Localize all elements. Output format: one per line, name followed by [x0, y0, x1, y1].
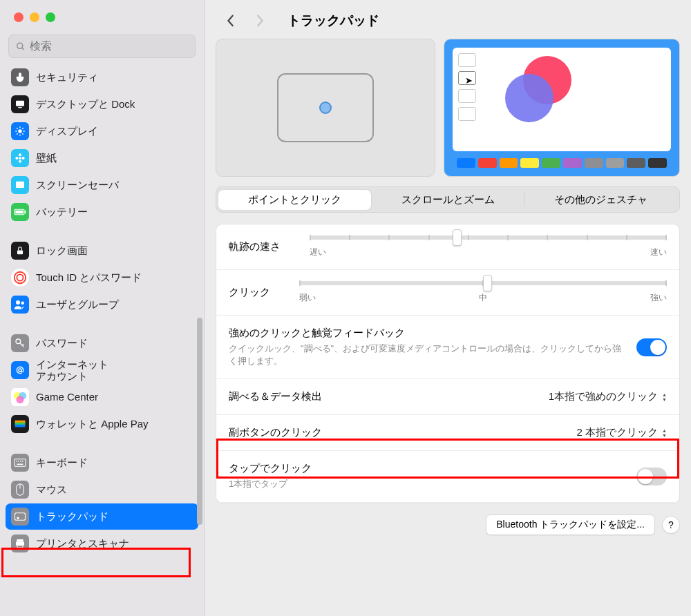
cursor-icon: ➤ — [465, 75, 473, 86]
titlebar: トラックパッド — [205, 0, 691, 39]
force-click-toggle[interactable] — [636, 338, 667, 356]
svg-point-5 — [19, 157, 21, 160]
mouse-icon — [11, 481, 29, 499]
row-sublabel: クイックルック、"調べる"、および可変速度メディアコントロールの場合は、クリック… — [229, 343, 628, 367]
lock-icon — [11, 242, 29, 260]
secondary-click-select[interactable]: 2 本指でクリック ▲▼ — [577, 426, 667, 439]
tracking-speed-slider[interactable]: 遅い 速い — [310, 235, 667, 258]
close-window-button[interactable] — [14, 12, 23, 22]
lookup-select[interactable]: 1本指で強めのクリック ▲▼ — [549, 390, 667, 403]
sidebar-item-screensaver[interactable]: スクリーンセーバ — [6, 172, 198, 198]
minimize-window-button[interactable] — [30, 12, 39, 22]
page-title: トラックパッド — [287, 12, 379, 30]
sidebar-item-label: バッテリー — [36, 206, 88, 218]
sidebar-item-touchid[interactable]: Touch ID とパスワード — [6, 264, 198, 291]
flower-icon — [11, 149, 29, 167]
color-palette — [453, 158, 671, 168]
svg-point-7 — [19, 160, 21, 163]
scrollbar-thumb[interactable] — [197, 318, 202, 525]
tab-2[interactable]: その他のジェスチャ — [524, 190, 677, 210]
back-button[interactable] — [221, 11, 240, 30]
window: セキュリティデスクトップと Dockディスプレイ壁紙スクリーンセーババッテリーロ… — [0, 0, 691, 616]
sidebar-item-printer[interactable]: プリンタとスキャナ — [6, 530, 198, 557]
click-strength-slider[interactable]: 弱い 中 強い — [299, 281, 667, 304]
sidebar-item-battery[interactable]: バッテリー — [6, 199, 198, 225]
sidebar-item-label: プリンタとスキャナ — [36, 537, 129, 549]
row-label: 強めのクリックと触覚フィードバック — [229, 327, 628, 340]
svg-point-18 — [21, 302, 25, 305]
sidebar-item-display[interactable]: ディスプレイ — [6, 118, 198, 144]
sidebar-item-label: パスワード — [36, 337, 88, 349]
tabs: ポイントとクリックスクロールとズームその他のジェスチャ — [216, 186, 680, 213]
sidebar-item-key[interactable]: パスワード — [6, 330, 198, 356]
search-field[interactable] — [8, 35, 196, 58]
sidebar-item-flower[interactable]: 壁紙 — [6, 145, 198, 171]
sidebar-item-label: セキュリティ — [36, 71, 98, 83]
sidebar-item-at[interactable]: インターネット アカウント — [6, 357, 198, 383]
sidebar-item-label: トラックパッド — [36, 510, 108, 522]
svg-rect-10 — [16, 182, 24, 188]
svg-rect-3 — [18, 107, 21, 108]
sidebar-item-lock[interactable]: ロック画面 — [6, 238, 198, 264]
sidebar-item-trackpad[interactable]: トラックパッド — [6, 503, 198, 530]
svg-rect-37 — [17, 539, 23, 541]
row-force-click: 強めのクリックと触覚フィードバック クイックルック、"調べる"、および可変速度メ… — [216, 316, 679, 379]
sidebar-item-desktop[interactable]: デスクトップと Dock — [6, 91, 198, 117]
svg-rect-26 — [15, 425, 26, 427]
printer-icon — [11, 535, 29, 552]
touchid-icon — [11, 269, 29, 287]
svg-point-16 — [17, 274, 23, 280]
trackpad-icon — [11, 508, 29, 526]
sidebar-item-label: ウォレットと Apple Pay — [36, 418, 149, 430]
bluetooth-setup-button[interactable]: Bluetooth トラックパッドを設定... — [486, 514, 655, 535]
chevron-left-icon — [226, 15, 236, 27]
svg-rect-32 — [17, 464, 23, 465]
svg-point-0 — [17, 43, 23, 48]
sidebar-item-hand[interactable]: セキュリティ — [6, 64, 198, 90]
sidebar-item-gamecenter[interactable]: Game Center — [6, 384, 198, 410]
forward-button[interactable] — [250, 11, 269, 30]
row-click-strength: クリック 弱い 中 強い — [216, 270, 679, 316]
zoom-window-button[interactable] — [46, 12, 55, 22]
finger-dot-icon — [319, 102, 332, 114]
trackpad-outline-icon — [277, 73, 374, 142]
search-input[interactable] — [30, 40, 188, 52]
sidebar-item-users[interactable]: ユーザとグループ — [6, 291, 198, 318]
sidebar-nav: セキュリティデスクトップと Dockディスプレイ壁紙スクリーンセーババッテリーロ… — [0, 64, 204, 616]
sidebar-item-label: キーボード — [36, 456, 88, 468]
tab-0[interactable]: ポイントとクリック — [218, 190, 371, 210]
gamecenter-icon — [11, 388, 29, 406]
tab-1[interactable]: スクロールとズーム — [372, 190, 524, 210]
row-label: タップでクリック — [229, 462, 628, 475]
window-controls — [0, 0, 204, 22]
svg-rect-35 — [15, 513, 26, 521]
sidebar-item-label: ディスプレイ — [36, 125, 98, 137]
sidebar-item-mouse[interactable]: マウス — [6, 477, 198, 503]
search-icon — [16, 41, 26, 52]
help-button[interactable]: ? — [662, 516, 680, 534]
sidebar-item-label: 壁紙 — [36, 152, 57, 164]
svg-rect-13 — [25, 211, 26, 214]
sidebar-item-label: ロック画面 — [36, 244, 88, 256]
svg-point-19 — [16, 339, 21, 344]
tap-to-click-toggle[interactable] — [636, 468, 667, 485]
row-secondary-click: 副ボタンのクリック 2 本指でクリック ▲▼ — [216, 415, 679, 451]
svg-rect-27 — [15, 459, 26, 467]
updown-icon: ▲▼ — [662, 392, 667, 402]
battery-icon — [11, 203, 29, 221]
sidebar-item-wallet[interactable]: ウォレットと Apple Pay — [6, 411, 198, 437]
row-tap-to-click: タップでクリック 1本指でタップ — [216, 451, 679, 502]
desktop-icon — [11, 95, 29, 113]
row-label: 副ボタンのクリック — [229, 426, 569, 439]
svg-point-8 — [15, 157, 18, 160]
sidebar-item-keyboard[interactable]: キーボード — [6, 450, 198, 476]
row-sublabel: 1本指でタップ — [229, 478, 628, 490]
svg-rect-30 — [20, 461, 21, 462]
svg-point-17 — [16, 300, 20, 305]
trackpad-preview — [216, 39, 435, 177]
gesture-demo: ➤ — [444, 39, 680, 177]
sidebar-item-label: インターネット アカウント — [36, 358, 108, 383]
updown-icon: ▲▼ — [662, 428, 667, 438]
row-tracking-speed: 軌跡の速さ 遅い 速い — [216, 224, 679, 270]
svg-rect-28 — [16, 461, 17, 462]
